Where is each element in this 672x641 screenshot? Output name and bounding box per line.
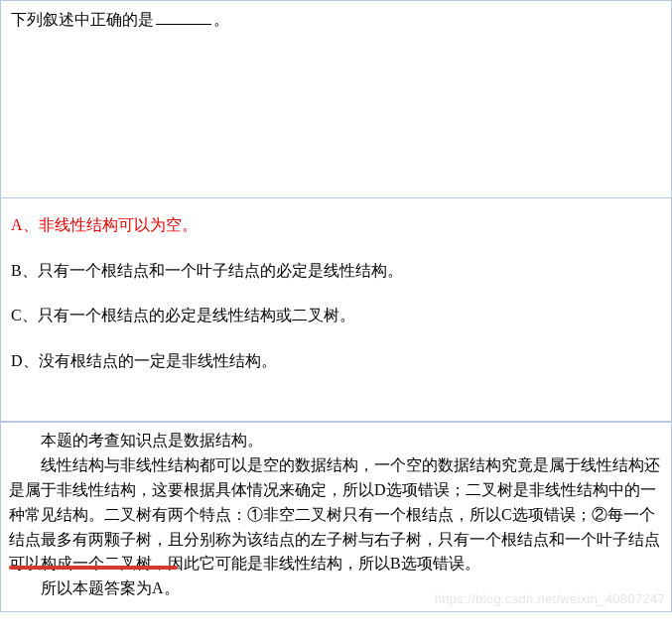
options-panel: A、非线性结构可以为空。 B、只有一个根结点和一个叶子结点的必定是线性结构。 C… [0,198,672,422]
explanation-panel: 本题的考查知识点是数据结构。 线性结构与非线性结构都可以是空的数据结构，一个空的… [0,422,672,612]
question-stem-prefix: 下列叙述中正确的是 [11,11,154,28]
option-c: C、只有一个根结点的必定是线性结构或二叉树。 [11,303,661,328]
option-a: A、非线性结构可以为空。 [11,212,661,238]
question-panel: 下列叙述中正确的是。 [0,0,672,198]
question-stem-suffix: 。 [213,11,229,28]
explanation-paragraph-2: 线性结构与非线性结构都可以是空的数据结构，一个空的数据结构究竟是属于线性结构还是… [9,453,663,577]
watermark-text: https://blog.csdn.net/weixin_40807247 [435,589,665,609]
option-b: B、只有一个根结点和一个叶子结点的必定是线性结构。 [11,258,661,284]
option-d: D、没有根结点的一定是非线性结构。 [11,348,661,374]
red-underline-annotation [9,566,178,570]
explanation-paragraph-1: 本题的考查知识点是数据结构。 [9,429,663,453]
blank-underline [156,9,211,25]
